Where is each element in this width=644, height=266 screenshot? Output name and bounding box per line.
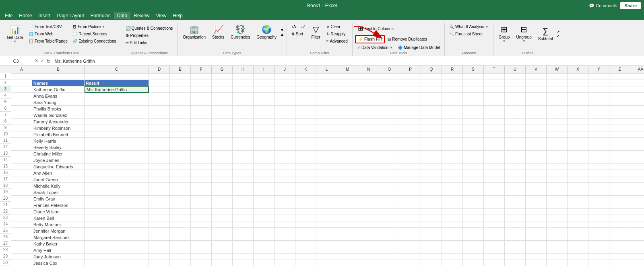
cell-F18[interactable] — [191, 183, 212, 189]
cell-Q20[interactable] — [421, 196, 442, 202]
cell-K8[interactable] — [295, 119, 316, 125]
cell-R10[interactable] — [442, 131, 463, 138]
cell-P8[interactable] — [400, 119, 421, 125]
col-header-U[interactable]: U — [505, 66, 526, 73]
cell-L28[interactable] — [316, 247, 337, 254]
cell-R14[interactable] — [442, 157, 463, 164]
cell-O22[interactable] — [379, 209, 400, 215]
cell-X4[interactable] — [568, 93, 588, 99]
cell-G17[interactable] — [212, 176, 233, 183]
col-header-J[interactable]: J — [275, 66, 295, 73]
cell-C24[interactable] — [85, 221, 149, 228]
col-header-D[interactable]: D — [149, 66, 170, 73]
cell-W21[interactable] — [547, 202, 568, 209]
cell-X18[interactable] — [568, 183, 588, 189]
cell-AA16[interactable] — [630, 170, 644, 176]
cell-Q13[interactable] — [421, 151, 442, 157]
cell-P9[interactable] — [400, 125, 421, 131]
cell-F15[interactable] — [191, 164, 212, 170]
cell-E7[interactable] — [170, 112, 191, 119]
cell-I17[interactable] — [254, 176, 275, 183]
cell-B29[interactable]: Judy Johnson — [32, 254, 85, 260]
cell-X19[interactable] — [568, 189, 588, 196]
cell-C10[interactable] — [85, 131, 149, 138]
cell-AA1[interactable] — [630, 74, 644, 80]
cell-H15[interactable] — [233, 164, 254, 170]
cell-L6[interactable] — [316, 106, 337, 112]
share-button[interactable]: Share — [620, 2, 641, 9]
cell-L1[interactable] — [316, 74, 337, 80]
cell-S8[interactable] — [463, 119, 484, 125]
cell-P11[interactable] — [400, 138, 421, 144]
cell-E14[interactable] — [170, 157, 191, 164]
cell-J24[interactable] — [275, 221, 295, 228]
cell-J22[interactable] — [275, 209, 295, 215]
cell-K11[interactable] — [295, 138, 316, 144]
cell-T22[interactable] — [484, 209, 505, 215]
cell-U10[interactable] — [505, 131, 526, 138]
cell-Y26[interactable] — [588, 234, 609, 241]
cell-C17[interactable] — [85, 176, 149, 183]
cell-I20[interactable] — [254, 196, 275, 202]
queries-connections-button[interactable]: 🔄 Queries & Connections — [124, 25, 175, 32]
cell-E21[interactable] — [170, 202, 191, 209]
cell-V6[interactable] — [526, 106, 547, 112]
cell-X6[interactable] — [568, 106, 588, 112]
cell-A16[interactable] — [11, 170, 32, 176]
row-header-7[interactable]: 7 — [0, 112, 11, 118]
cell-N26[interactable] — [358, 234, 379, 241]
cell-S6[interactable] — [463, 106, 484, 112]
cell-S13[interactable] — [463, 151, 484, 157]
cell-M14[interactable] — [337, 157, 358, 164]
cell-P10[interactable] — [400, 131, 421, 138]
cell-W27[interactable] — [547, 241, 568, 247]
cell-B5[interactable]: Sara Young — [32, 99, 85, 106]
cell-K2[interactable] — [295, 80, 316, 86]
cell-A1[interactable] — [11, 74, 32, 80]
row-header-26[interactable]: 26 — [0, 234, 11, 240]
cell-H26[interactable] — [233, 234, 254, 241]
cell-K17[interactable] — [295, 176, 316, 183]
cell-V18[interactable] — [526, 183, 547, 189]
cell-R24[interactable] — [442, 221, 463, 228]
cell-K26[interactable] — [295, 234, 316, 241]
row-header-8[interactable]: 8 — [0, 118, 11, 125]
cell-X21[interactable] — [568, 202, 588, 209]
cell-C19[interactable] — [85, 189, 149, 196]
cell-S20[interactable] — [463, 196, 484, 202]
cell-R30[interactable] — [442, 260, 463, 266]
col-header-AA[interactable]: AA — [630, 66, 644, 73]
cell-P20[interactable] — [400, 196, 421, 202]
cell-R28[interactable] — [442, 247, 463, 254]
cell-U29[interactable] — [505, 254, 526, 260]
cell-E15[interactable] — [170, 164, 191, 170]
cell-R22[interactable] — [442, 209, 463, 215]
cell-O25[interactable] — [379, 228, 400, 234]
cell-O17[interactable] — [379, 176, 400, 183]
cell-X25[interactable] — [568, 228, 588, 234]
cell-X14[interactable] — [568, 157, 588, 164]
cell-Z21[interactable] — [609, 202, 630, 209]
cell-U23[interactable] — [505, 215, 526, 221]
cell-M15[interactable] — [337, 164, 358, 170]
cell-J9[interactable] — [275, 125, 295, 131]
cell-E4[interactable] — [170, 93, 191, 99]
menu-review[interactable]: Review — [130, 12, 153, 19]
cell-I24[interactable] — [254, 221, 275, 228]
cell-C1[interactable] — [85, 74, 149, 80]
cell-F27[interactable] — [191, 241, 212, 247]
cell-M24[interactable] — [337, 221, 358, 228]
cell-R13[interactable] — [442, 151, 463, 157]
cell-C12[interactable] — [85, 144, 149, 151]
cell-J4[interactable] — [275, 93, 295, 99]
cell-Y8[interactable] — [588, 119, 609, 125]
cell-D3[interactable] — [149, 86, 170, 93]
cell-X20[interactable] — [568, 196, 588, 202]
cell-P12[interactable] — [400, 144, 421, 151]
cell-C21[interactable] — [85, 202, 149, 209]
cell-Z14[interactable] — [609, 157, 630, 164]
cell-B19[interactable]: Sarah Lopez — [32, 189, 85, 196]
cell-U28[interactable] — [505, 247, 526, 254]
cell-Y12[interactable] — [588, 144, 609, 151]
cell-Y19[interactable] — [588, 189, 609, 196]
